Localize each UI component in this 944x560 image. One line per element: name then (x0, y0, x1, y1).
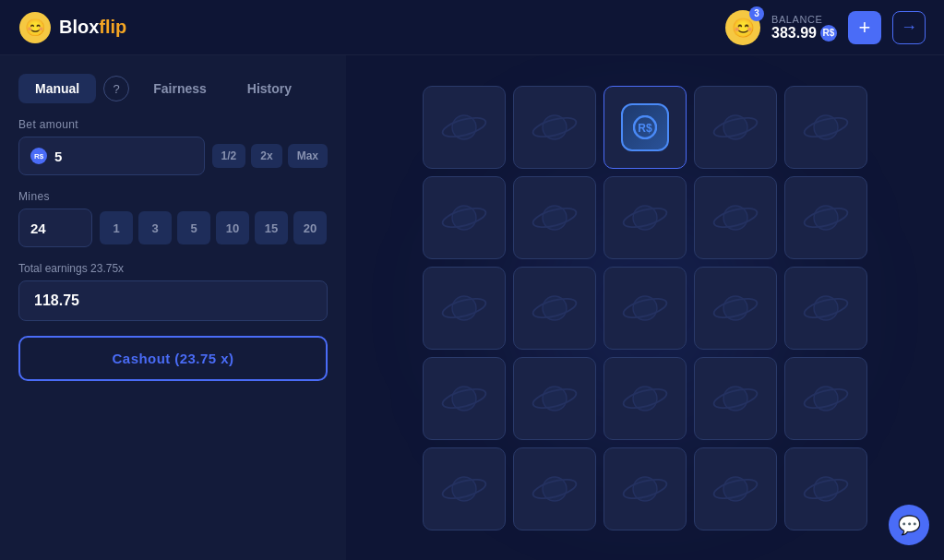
unrevealed-planet-icon (803, 466, 849, 512)
svg-text:R$: R$ (638, 122, 652, 135)
earnings-value: 118.75 (18, 280, 328, 321)
unrevealed-planet-icon (803, 375, 849, 422)
grid-cell[interactable] (694, 267, 777, 350)
earnings-label: Total earnings 23.75x (18, 262, 328, 275)
balance-block: Balance 383.99 R$ (771, 14, 837, 42)
grid-cell[interactable] (423, 86, 506, 169)
mines-preset-1[interactable]: 1 (100, 211, 133, 244)
grid-cell[interactable] (423, 357, 506, 440)
mines-preset-3[interactable]: 3 (138, 211, 172, 244)
unrevealed-planet-icon (441, 104, 487, 150)
bet-input[interactable] (54, 149, 193, 164)
unrevealed-planet-icon (532, 104, 578, 150)
unrevealed-planet-icon (532, 195, 578, 241)
bet-robux-icon: R$ (30, 148, 47, 164)
unrevealed-planet-icon (712, 285, 759, 331)
grid-cell[interactable] (784, 176, 867, 259)
unrevealed-planet-icon (712, 466, 759, 512)
svg-text:😊: 😊 (25, 18, 46, 38)
main-content: Manual ? Fairness History Bet amount R$ … (0, 55, 944, 560)
help-button[interactable]: ? (103, 76, 129, 101)
earnings-section: Total earnings 23.75x 118.75 (18, 262, 328, 321)
balance-label: Balance (771, 14, 822, 25)
mines-preset-15[interactable]: 15 (255, 211, 288, 244)
grid-cell[interactable] (423, 176, 506, 259)
unrevealed-planet-icon (441, 466, 487, 512)
logo: 😊 Bloxflip (18, 11, 126, 44)
unrevealed-planet-icon (622, 285, 668, 331)
unrevealed-planet-icon (803, 285, 849, 331)
tab-manual[interactable]: Manual (18, 74, 96, 103)
unrevealed-planet-icon (532, 375, 578, 422)
mines-preset-buttons: 1 3 5 10 15 20 (100, 211, 327, 244)
grid-cell[interactable] (603, 176, 687, 259)
mines-preset-5[interactable]: 5 (177, 211, 210, 244)
mines-input-wrap (18, 209, 92, 247)
header-right: 😊 3 Balance 383.99 R$ + → (725, 10, 926, 45)
grid-cell[interactable] (513, 86, 596, 169)
tab-history[interactable]: History (231, 74, 308, 103)
max-bet-button[interactable]: Max (288, 144, 328, 168)
logo-text: Bloxflip (59, 17, 126, 38)
add-funds-button[interactable]: + (848, 11, 881, 44)
unrevealed-planet-icon (622, 195, 668, 241)
login-button[interactable]: → (892, 11, 926, 44)
grid-cell[interactable] (694, 86, 777, 169)
grid-cell[interactable] (513, 267, 596, 350)
revealed-coin-icon: R$ (621, 103, 669, 151)
grid-cell[interactable]: R$ (603, 86, 687, 169)
bet-input-wrap: R$ (18, 137, 205, 175)
mines-grid[interactable]: R$ (423, 86, 867, 530)
mines-input[interactable] (30, 220, 80, 236)
grid-cell[interactable] (513, 447, 596, 530)
avatar-badge: 3 (749, 6, 764, 21)
unrevealed-planet-icon (803, 195, 849, 241)
bet-multiplier-buttons: 1/2 2x Max (212, 144, 328, 168)
unrevealed-planet-icon (622, 375, 668, 422)
grid-cell[interactable] (694, 447, 777, 530)
grid-cell[interactable] (513, 357, 596, 440)
grid-cell[interactable] (784, 447, 867, 530)
unrevealed-planet-icon (712, 195, 759, 241)
grid-cell[interactable] (694, 357, 777, 440)
sidebar: Manual ? Fairness History Bet amount R$ … (0, 55, 346, 560)
user-avatar[interactable]: 😊 3 (725, 10, 760, 45)
grid-cell[interactable] (513, 176, 596, 259)
mines-label: Mines (18, 190, 328, 203)
unrevealed-planet-icon (532, 466, 578, 512)
cashout-button[interactable]: Cashout (23.75 x) (18, 336, 328, 381)
header: 😊 Bloxflip 😊 3 Balance 383.99 R$ + → (0, 0, 944, 55)
unrevealed-planet-icon (803, 104, 849, 150)
grid-cell[interactable] (694, 176, 777, 259)
grid-cell[interactable] (423, 267, 506, 350)
logo-icon: 😊 (18, 11, 52, 44)
unrevealed-planet-icon (441, 375, 487, 422)
grid-cell[interactable] (603, 357, 687, 440)
mines-preset-10[interactable]: 10 (216, 211, 249, 244)
game-area: R$ (346, 55, 944, 560)
tab-fairness[interactable]: Fairness (137, 74, 223, 103)
bet-amount-label: Bet amount (18, 118, 328, 131)
unrevealed-planet-icon (532, 285, 578, 331)
mines-preset-20[interactable]: 20 (293, 211, 327, 244)
half-bet-button[interactable]: 1/2 (212, 144, 246, 168)
grid-cell[interactable] (423, 447, 506, 530)
grid-cell[interactable] (784, 86, 867, 169)
unrevealed-planet-icon (622, 466, 668, 512)
grid-cell[interactable] (784, 357, 867, 440)
balance-value: 383.99 R$ (771, 25, 837, 42)
grid-cell[interactable] (603, 267, 687, 350)
mines-row: 1 3 5 10 15 20 (18, 209, 328, 247)
grid-cell[interactable] (603, 447, 687, 530)
bet-amount-section: Bet amount R$ 1/2 2x Max (18, 118, 328, 175)
unrevealed-planet-icon (712, 104, 759, 150)
robux-icon: R$ (820, 25, 837, 42)
chat-button[interactable]: 💬 (889, 505, 929, 545)
grid-cell[interactable] (784, 267, 867, 350)
mode-tabs: Manual ? Fairness History (18, 74, 328, 103)
unrevealed-planet-icon (712, 375, 759, 422)
bet-row: R$ 1/2 2x Max (18, 137, 328, 175)
unrevealed-planet-icon (441, 285, 487, 331)
double-bet-button[interactable]: 2x (251, 144, 281, 168)
mines-section: Mines 1 3 5 10 15 20 (18, 190, 328, 247)
